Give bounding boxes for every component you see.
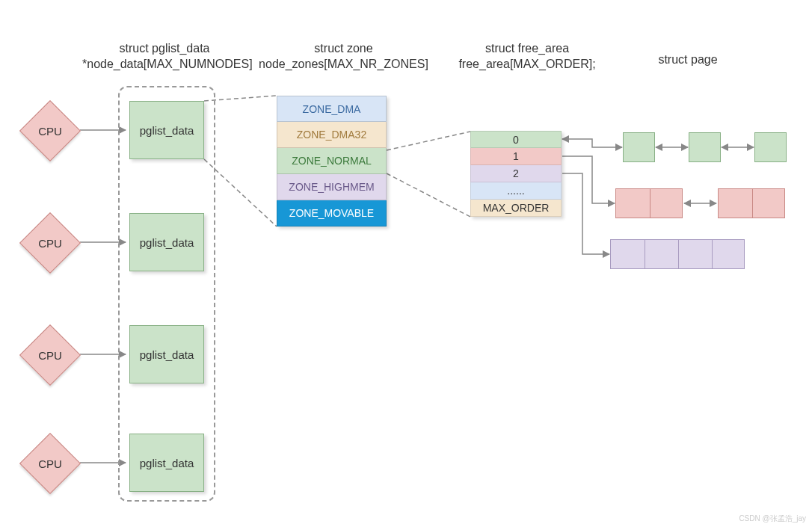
cpu-diamond: CPU [19, 212, 81, 274]
freearea-1: 1 [470, 148, 562, 165]
pglist-box: pglist_data [129, 434, 204, 492]
zone-stack: ZONE_DMA ZONE_DMA32 ZONE_NORMAL ZONE_HIG… [277, 96, 387, 226]
pglist-label: pglist_data [140, 348, 194, 361]
zone-dma32: ZONE_DMA32 [277, 122, 387, 148]
freearea-stack: 0 1 2 ...... MAX_ORDER [470, 131, 562, 217]
cpu-label: CPU [38, 349, 62, 362]
header-freearea: struct free_area free_area[MAX_ORDER]; [449, 41, 606, 73]
page-red-pair [718, 188, 785, 218]
pglist-label: pglist_data [140, 124, 194, 137]
cpu-label: CPU [38, 125, 62, 138]
cpu-label: CPU [38, 457, 62, 470]
pglist-box: pglist_data [129, 213, 204, 271]
pglist-label: pglist_data [140, 236, 194, 249]
page-green [754, 132, 787, 162]
cpu-diamond: CPU [19, 433, 81, 494]
freearea-0: 0 [470, 131, 562, 148]
header-pglist: struct pglist_data *node_data[MAX_NUMNOD… [82, 41, 247, 73]
zone-dma: ZONE_DMA [277, 96, 387, 122]
pglist-box: pglist_data [129, 325, 204, 383]
header-zone: struct zone node_zones[MAX_NR_ZONES] [252, 41, 435, 73]
page-green [623, 132, 655, 162]
svg-line-6 [387, 132, 470, 150]
pglist-box: pglist_data [129, 101, 204, 159]
header-page: struct page [639, 52, 736, 68]
page-green [689, 132, 721, 162]
freearea-max: MAX_ORDER [470, 200, 562, 217]
pglist-label: pglist_data [140, 457, 194, 469]
cpu-label: CPU [38, 237, 62, 250]
zone-movable: ZONE_MOVABLE [277, 200, 387, 226]
zone-normal: ZONE_NORMAL [277, 148, 387, 174]
page-red-pair [615, 188, 683, 218]
freearea-2: 2 [470, 165, 562, 182]
cpu-diamond: CPU [19, 324, 81, 386]
watermark: CSDN @张孟浩_jay [739, 514, 806, 524]
page-purple-quad [610, 239, 745, 269]
freearea-dots: ...... [470, 182, 562, 200]
cpu-diamond: CPU [19, 100, 81, 161]
zone-highmem: ZONE_HIGHMEM [277, 174, 387, 200]
svg-line-7 [387, 173, 470, 217]
